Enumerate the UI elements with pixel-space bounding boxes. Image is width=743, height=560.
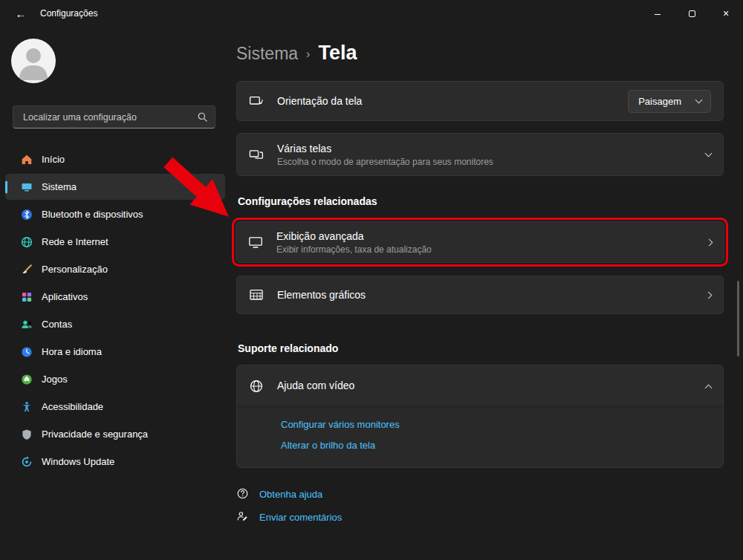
chevron-down-icon — [695, 96, 703, 103]
window-controls: – × — [640, 0, 743, 27]
sidebar-nav: Início Sistema Bluetooth e dispositivos … — [0, 146, 230, 475]
feedback-label: Enviar comentários — [259, 512, 342, 523]
orientation-dropdown[interactable]: Paisagem — [628, 90, 711, 113]
chevron-right-icon — [706, 238, 713, 246]
footer-links: Obtenha ajuda Enviar comentários — [236, 487, 724, 524]
sidebar-item-label: Contas — [42, 319, 72, 330]
multiple-displays-title: Várias telas — [277, 143, 493, 155]
orientation-icon — [249, 93, 265, 109]
page-title: Tela — [318, 42, 357, 65]
advanced-display-icon — [248, 234, 265, 250]
chevron-down-icon — [705, 149, 713, 157]
help-card-body: Configurar vários monitores Alterar o br… — [237, 407, 723, 467]
multiple-displays-subtitle: Escolha o modo de apresentação para seus… — [277, 157, 493, 167]
graphics-label: Elementos gráficos — [277, 289, 366, 302]
bluetooth-icon — [20, 208, 33, 221]
scrollbar-thumb[interactable] — [737, 281, 739, 356]
orientation-dropdown-value: Paisagem — [638, 96, 681, 107]
system-icon — [20, 180, 33, 193]
sidebar-item-label: Personalização — [42, 264, 108, 275]
sidebar-item-label: Hora e idioma — [42, 346, 102, 357]
sidebar: Início Sistema Bluetooth e dispositivos … — [0, 27, 230, 560]
chevron-up-icon — [705, 384, 713, 391]
sidebar-item-privacidade[interactable]: Privacidade e segurança — [5, 421, 225, 447]
sidebar-item-label: Acessibilidade — [42, 401, 103, 412]
accessibility-icon — [20, 400, 33, 413]
chevron-right-icon — [705, 291, 713, 299]
feedback-icon — [236, 510, 250, 524]
sidebar-item-label: Jogos — [42, 374, 68, 385]
sidebar-item-acessibilidade[interactable]: Acessibilidade — [5, 394, 225, 420]
sidebar-item-rede[interactable]: Rede e Internet — [5, 229, 225, 255]
maximize-button[interactable] — [675, 0, 709, 27]
advanced-display-title: Exibição avançada — [276, 230, 432, 243]
sidebar-item-label: Windows Update — [42, 456, 114, 467]
help-card-header[interactable]: Ajuda com vídeo — [237, 365, 723, 407]
sidebar-item-label: Bluetooth e dispositivos — [42, 209, 143, 220]
multiple-displays-icon — [249, 146, 265, 163]
advanced-display-card[interactable]: Exibição avançada Exibir informações, ta… — [236, 221, 724, 263]
minimize-icon: – — [655, 7, 661, 19]
breadcrumb: Sistema › Tela — [236, 42, 724, 65]
close-button[interactable]: × — [709, 0, 743, 27]
network-icon — [20, 235, 33, 248]
apps-icon — [20, 290, 33, 303]
search-icon — [197, 111, 208, 123]
window-title: Configurações — [40, 8, 97, 19]
home-icon — [20, 153, 33, 166]
help-link-brightness[interactable]: Alterar o brilho da tela — [281, 440, 711, 451]
sidebar-item-label: Privacidade e segurança — [42, 429, 148, 440]
back-arrow-icon: ← — [16, 7, 27, 20]
minimize-button[interactable]: – — [640, 0, 675, 27]
sidebar-item-bluetooth[interactable]: Bluetooth e dispositivos — [5, 201, 225, 227]
orientation-card: Orientação da tela Paisagem — [236, 81, 724, 121]
support-header: Suporte relacionado — [238, 342, 724, 354]
sidebar-item-contas[interactable]: Contas — [5, 311, 225, 337]
get-help-label: Obtenha ajuda — [259, 489, 322, 500]
avatar[interactable] — [11, 39, 56, 83]
breadcrumb-separator-icon: › — [306, 48, 310, 61]
sidebar-item-aplicativos[interactable]: Aplicativos — [5, 284, 225, 310]
related-settings-header: Configurações relacionadas — [238, 195, 724, 207]
get-help-icon — [236, 487, 250, 501]
search-box[interactable] — [13, 105, 215, 128]
sidebar-item-label: Sistema — [42, 181, 77, 192]
feedback-link[interactable]: Enviar comentários — [236, 510, 724, 524]
sidebar-item-hora-idioma[interactable]: Hora e idioma — [5, 339, 225, 365]
multiple-displays-card[interactable]: Várias telas Escolha o modo de apresenta… — [236, 133, 724, 176]
help-card-title: Ajuda com vídeo — [277, 380, 354, 392]
sidebar-item-jogos[interactable]: Jogos — [5, 366, 225, 392]
graphics-card[interactable]: Elementos gráficos — [236, 276, 724, 314]
graphics-icon — [249, 287, 265, 303]
close-icon: × — [723, 7, 729, 19]
accounts-icon — [20, 318, 33, 331]
help-card: Ajuda com vídeo Configurar vários monito… — [236, 365, 724, 468]
titlebar: ← Configurações – × — [0, 0, 743, 27]
sidebar-item-sistema[interactable]: Sistema — [5, 174, 225, 200]
maximize-icon — [689, 10, 695, 17]
help-link-monitors[interactable]: Configurar vários monitores — [281, 419, 711, 430]
privacy-icon — [20, 428, 33, 440]
gaming-icon — [20, 373, 33, 385]
sidebar-item-personalizacao[interactable]: Personalização — [5, 256, 225, 282]
breadcrumb-parent[interactable]: Sistema — [236, 44, 298, 64]
sidebar-item-label: Rede e Internet — [42, 236, 108, 247]
web-help-icon — [249, 378, 265, 394]
time-language-icon — [20, 345, 33, 358]
orientation-label: Orientação da tela — [277, 95, 362, 108]
windows-update-icon — [20, 455, 33, 468]
sidebar-item-label: Início — [42, 154, 65, 165]
advanced-display-subtitle: Exibir informações, taxa de atualização — [276, 244, 432, 255]
person-silhouette-icon — [11, 39, 56, 83]
sidebar-item-inicio[interactable]: Início — [5, 146, 225, 172]
sidebar-item-windows-update[interactable]: Windows Update — [5, 449, 225, 475]
sidebar-item-label: Aplicativos — [42, 291, 88, 302]
back-button[interactable]: ← — [9, 2, 33, 25]
annotation-highlight-box: Exibição avançada Exibir informações, ta… — [232, 218, 728, 267]
main-content: Sistema › Tela Orientação da tela Paisag… — [236, 27, 724, 524]
personalization-icon — [20, 263, 33, 276]
get-help-link[interactable]: Obtenha ajuda — [236, 487, 724, 501]
search-input[interactable] — [22, 111, 197, 123]
